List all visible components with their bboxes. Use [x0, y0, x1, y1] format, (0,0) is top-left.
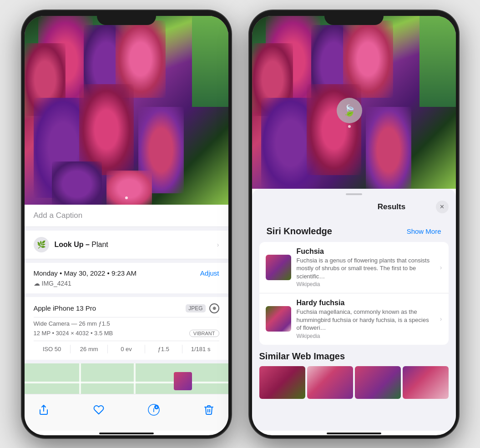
siri-item-fuchsia[interactable]: Fuchsia Fuchsia is a genus of flowering … [259, 242, 449, 294]
filename-row: ☁ IMG_4241 [34, 280, 219, 287]
results-title: Results [348, 202, 436, 211]
map-section [25, 363, 228, 394]
fuchsia-desc: Fuchsia is a genus of flowering plants t… [297, 257, 435, 281]
lookup-subject: Plant [91, 241, 108, 248]
hardy-fuchsia-title: Hardy fuchsia [297, 299, 435, 307]
hardy-fuchsia-chevron-icon: › [440, 315, 442, 322]
caption-area[interactable]: Add a Caption [25, 205, 228, 227]
lookup-chevron-icon: › [217, 241, 219, 248]
map-road-v1 [79, 363, 81, 394]
fuchsia-thumbnail [266, 255, 291, 280]
exif-row: ISO 50 26 mm 0 ev ƒ1.5 1/181 s [34, 341, 219, 353]
caption-placeholder[interactable]: Add a Caption [34, 211, 83, 220]
delete-button[interactable] [199, 400, 219, 420]
phone-2: 🍃 Results ✕ Siri Knowledge Show More [249, 10, 459, 438]
home-indicator [99, 433, 154, 434]
exif-focal: 26 mm [71, 345, 108, 353]
similar-img-4[interactable] [403, 366, 449, 399]
similar-img-2[interactable] [307, 366, 353, 399]
siri-knowledge-header: Siri Knowledge Show More [252, 219, 456, 242]
siri-dot [348, 125, 351, 128]
device-name: Apple iPhone 13 Pro [34, 304, 96, 312]
siri-knowledge-title: Siri Knowledge [259, 222, 339, 239]
lookup-icon: 🌿 [34, 237, 49, 252]
fuchsia-title: Fuchsia [297, 247, 435, 256]
phone-1: Add a Caption 🌿 Look Up – Plant › Monday… [22, 10, 231, 438]
photo-indicator [125, 196, 128, 199]
phone-1-screen: Add a Caption 🌿 Look Up – Plant › Monday… [25, 16, 228, 435]
map-road-h1 [25, 382, 228, 383]
siri-item-hardy-fuchsia[interactable]: Hardy fuchsia Fuchsia magellanica, commo… [259, 293, 449, 345]
siri-overlay-icon: 🍃 [337, 98, 362, 123]
similar-img-3[interactable] [355, 366, 401, 399]
camera-details: Wide Camera — 26 mm ƒ1.5 [34, 320, 219, 327]
camera-specs: 12 MP • 3024 × 4032 • 3.5 MB [34, 330, 113, 337]
show-more-button[interactable]: Show More [399, 224, 449, 238]
vibrant-badge: VIBRANT [189, 330, 219, 337]
leaf-siri-icon: 🍃 [343, 104, 356, 117]
lookup-bold: Look Up – [55, 241, 92, 248]
leaf-icon: 🌿 [37, 240, 46, 249]
camera-lens: Wide Camera — 26 mm ƒ1.5 [34, 320, 110, 327]
map-road-v2 [134, 363, 136, 394]
photo-content[interactable]: Add a Caption 🌿 Look Up – Plant › Monday… [25, 205, 228, 394]
close-icon: ✕ [440, 203, 445, 210]
device-badges: JPEG ⊕ [186, 303, 219, 313]
sheet-handle [346, 193, 362, 195]
sheet-header: Results ✕ [252, 198, 456, 219]
similar-img-1[interactable] [259, 366, 305, 399]
similar-web-images-section: Similar Web Images [252, 346, 456, 401]
map-bg [25, 363, 228, 394]
photo-hero [25, 16, 228, 205]
hardy-thumb-img [266, 306, 291, 332]
hardy-fuchsia-thumbnail [266, 306, 291, 332]
camera-specs-row: 12 MP • 3024 × 4032 • 3.5 MB VIBRANT [34, 330, 219, 337]
lookup-row[interactable]: 🌿 Look Up – Plant › [25, 231, 228, 259]
photo-hero-2: 🍃 [252, 16, 456, 189]
like-button[interactable] [89, 400, 109, 420]
adjust-button[interactable]: Adjust [200, 269, 219, 277]
hardy-fuchsia-source: Wikipedia [297, 333, 435, 339]
notch-2 [324, 10, 384, 25]
phone-2-screen: 🍃 Results ✕ Siri Knowledge Show More [252, 16, 456, 435]
share-button[interactable] [34, 400, 54, 420]
jpeg-badge: JPEG [186, 304, 205, 312]
device-section: Apple iPhone 13 Pro JPEG ⊕ Wide Camera —… [25, 297, 228, 360]
hardy-fuchsia-content: Hardy fuchsia Fuchsia magellanica, commo… [297, 299, 435, 339]
cloud-icon: ☁ [34, 280, 40, 287]
fuchsia-source: Wikipedia [297, 281, 435, 287]
exif-aperture: ƒ1.5 [145, 345, 182, 353]
photo-date: Monday • May 30, 2022 • 9:23 AM [34, 269, 197, 277]
exif-shutter: 1/181 s [182, 345, 219, 353]
filename: IMG_4241 [42, 280, 71, 287]
svg-text:i: i [153, 407, 154, 413]
similar-images-title: Similar Web Images [259, 351, 449, 362]
lookup-text: Look Up – Plant [55, 241, 108, 249]
fuchsia-content: Fuchsia Fuchsia is a genus of flowering … [297, 247, 435, 288]
similar-images-row [259, 366, 449, 399]
fuchsia-chevron-icon: › [440, 264, 442, 271]
hardy-fuchsia-desc: Fuchsia magellanica, commonly known as t… [297, 308, 435, 332]
toolbar: i ✦ [25, 394, 228, 431]
map-thumbnail [174, 372, 192, 390]
results-sheet[interactable]: Results ✕ Siri Knowledge Show More Fuchs… [252, 189, 456, 431]
exif-iso: ISO 50 [34, 345, 71, 353]
close-button[interactable]: ✕ [436, 201, 449, 213]
home-indicator-2 [327, 433, 381, 434]
fuchsia-thumb-img [266, 255, 291, 280]
photo-info-section: Monday • May 30, 2022 • 9:23 AM Adjust ☁… [25, 263, 228, 293]
info-button[interactable]: i ✦ [144, 400, 164, 420]
notch [97, 10, 156, 25]
camera-settings-icon[interactable]: ⊕ [209, 303, 219, 313]
siri-knowledge-card: Fuchsia Fuchsia is a genus of flowering … [259, 242, 449, 345]
svg-text:✦: ✦ [155, 406, 158, 409]
exif-ev: 0 ev [108, 345, 145, 353]
